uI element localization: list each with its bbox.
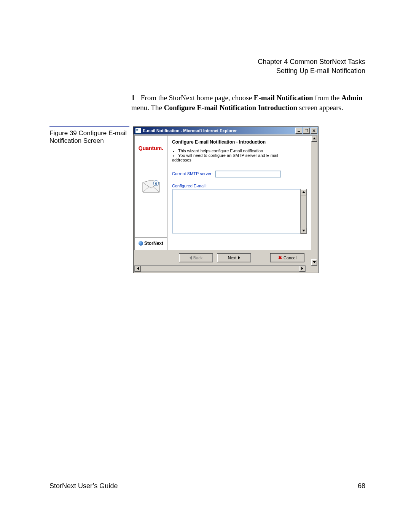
step-text3: menu. The: [131, 104, 164, 112]
step-bold-1: E-mail Notification: [254, 94, 313, 102]
wizard-sidebar: Quantum. e: [135, 136, 167, 250]
step-1: 1 From the StorNext home page, choose E-…: [131, 93, 365, 113]
scroll-down-button[interactable]: [311, 259, 317, 265]
bullet-trailing: addresses: [172, 158, 306, 162]
globe-icon: [139, 241, 143, 246]
step-text: From the StorNext home page, choose: [141, 94, 254, 102]
smtp-input[interactable]: [215, 171, 281, 177]
step-bold-2: Admin: [341, 94, 363, 102]
step-bold-3: Configure E-mail Notification Introducti…: [164, 104, 297, 112]
window-titlebar[interactable]: E-mail Notification - Microsoft Internet…: [134, 127, 318, 134]
back-button[interactable]: Back: [179, 253, 213, 262]
close-button[interactable]: [311, 128, 317, 134]
wizard-button-row: Back Next ✖ Cancel: [134, 250, 311, 265]
window-title: E-mail Notification - Microsoft Internet…: [143, 128, 237, 133]
scroll-left-button[interactable]: [135, 266, 141, 272]
svg-rect-0: [298, 131, 300, 132]
scroll-right-button[interactable]: [299, 266, 305, 272]
footer-guide: StorNext User’s Guide: [49, 482, 118, 490]
chapter-line: Chapter 4 Common StorNext Tasks: [49, 57, 365, 66]
next-label: Next: [228, 256, 237, 260]
vertical-scrollbar[interactable]: [311, 135, 317, 266]
ie-icon: [135, 128, 141, 134]
scroll-corner: [306, 265, 311, 271]
svg-rect-1: [305, 129, 308, 132]
wizard-panel: Quantum. e: [134, 135, 311, 250]
scroll-down-button[interactable]: [301, 228, 306, 234]
listbox-scrollbar[interactable]: [300, 189, 307, 234]
envelope-icon: e: [142, 180, 160, 193]
configured-email-box[interactable]: [172, 189, 302, 233]
back-label: Back: [193, 256, 202, 260]
scroll-up-button[interactable]: [311, 136, 317, 142]
section-line: Setting Up E-mail Notification: [49, 66, 365, 75]
smtp-label: Current SMTP server:: [172, 171, 213, 176]
stornext-logo: StorNext: [135, 237, 167, 246]
quantum-logo: Quantum.: [137, 145, 166, 153]
scroll-up-button[interactable]: [301, 189, 306, 195]
figure-caption: Figure 39 Configure E-mail Notification …: [49, 126, 129, 145]
arrow-right-icon: [238, 256, 240, 260]
bullet-item: This wizard helps configure E-mail notif…: [178, 149, 306, 153]
x-icon: ✖: [278, 255, 282, 260]
wizard-title: Configure E-mail Notification - Introduc…: [172, 139, 306, 145]
next-button[interactable]: Next: [217, 253, 251, 262]
svg-text:e: e: [155, 181, 157, 185]
step-text2: from the: [313, 94, 341, 102]
arrow-left-icon: [190, 256, 192, 260]
maximize-button[interactable]: [303, 128, 310, 134]
cancel-label: Cancel: [284, 256, 296, 260]
wizard-bullets: This wizard helps configure E-mail notif…: [178, 149, 306, 158]
stornext-text: StorNext: [144, 241, 163, 246]
step-text4: screen appears.: [297, 104, 343, 112]
wizard-content: Configure E-mail Notification - Introduc…: [167, 136, 311, 250]
bullet-item: You will need to configure an SMTP serve…: [178, 153, 306, 158]
browser-window: E-mail Notification - Microsoft Internet…: [133, 126, 319, 273]
horizontal-scrollbar[interactable]: [134, 265, 306, 272]
footer-page: 68: [358, 482, 365, 490]
minimize-button[interactable]: [295, 128, 302, 134]
configured-email-label: Configured E-mail:: [172, 184, 306, 188]
cancel-button[interactable]: ✖ Cancel: [270, 253, 304, 262]
page-footer: StorNext User’s Guide 68: [49, 482, 365, 490]
step-number: 1: [131, 93, 139, 103]
page-header: Chapter 4 Common StorNext Tasks Setting …: [49, 57, 365, 76]
